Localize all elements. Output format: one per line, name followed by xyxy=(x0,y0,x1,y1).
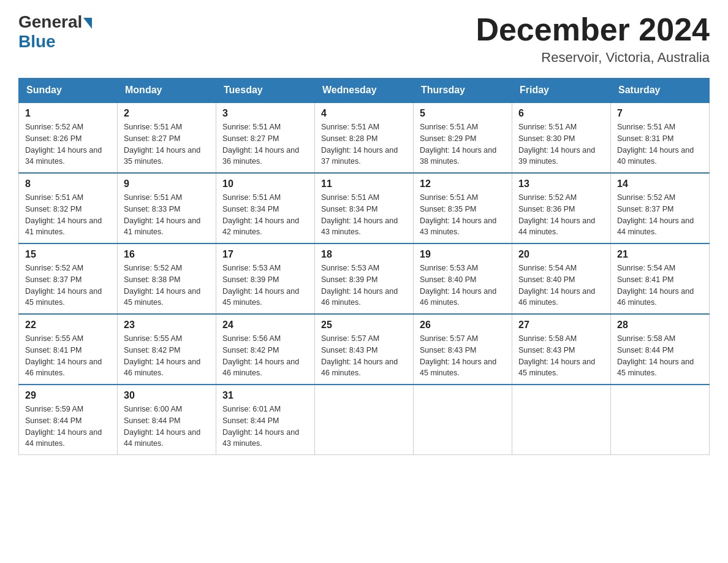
day-info: Sunrise: 5:51 AM Sunset: 8:33 PM Dayligh… xyxy=(124,192,210,238)
table-row: 2 Sunrise: 5:51 AM Sunset: 8:27 PM Dayli… xyxy=(118,102,216,173)
day-number: 25 xyxy=(321,320,407,331)
day-number: 17 xyxy=(222,249,308,260)
header-monday: Monday xyxy=(118,79,216,103)
header-friday: Friday xyxy=(512,79,611,103)
day-number: 26 xyxy=(420,320,506,331)
header-sunday: Sunday xyxy=(19,79,118,103)
table-row: 5 Sunrise: 5:51 AM Sunset: 8:29 PM Dayli… xyxy=(414,102,512,173)
day-info: Sunrise: 5:53 AM Sunset: 8:39 PM Dayligh… xyxy=(321,262,407,308)
calendar-week-row: 29 Sunrise: 5:59 AM Sunset: 8:44 PM Dayl… xyxy=(19,385,710,455)
day-number: 2 xyxy=(124,108,210,119)
logo-blue-text: Blue xyxy=(18,32,56,51)
day-number: 10 xyxy=(222,178,308,190)
day-info: Sunrise: 5:57 AM Sunset: 8:43 PM Dayligh… xyxy=(420,333,506,379)
day-info: Sunrise: 5:52 AM Sunset: 8:26 PM Dayligh… xyxy=(25,121,111,167)
day-number: 7 xyxy=(617,108,703,119)
day-number: 12 xyxy=(420,178,506,190)
day-number: 27 xyxy=(518,320,604,331)
table-row: 23 Sunrise: 5:55 AM Sunset: 8:42 PM Dayl… xyxy=(118,314,216,385)
header-saturday: Saturday xyxy=(611,79,710,103)
table-row: 26 Sunrise: 5:57 AM Sunset: 8:43 PM Dayl… xyxy=(414,314,512,385)
day-number: 30 xyxy=(124,390,210,401)
table-row: 20 Sunrise: 5:54 AM Sunset: 8:40 PM Dayl… xyxy=(512,243,611,314)
day-info: Sunrise: 5:54 AM Sunset: 8:40 PM Dayligh… xyxy=(518,262,604,308)
table-row: 27 Sunrise: 5:58 AM Sunset: 8:43 PM Dayl… xyxy=(512,314,611,385)
day-info: Sunrise: 5:59 AM Sunset: 8:44 PM Dayligh… xyxy=(25,404,111,450)
day-number: 24 xyxy=(222,320,308,331)
day-info: Sunrise: 5:51 AM Sunset: 8:27 PM Dayligh… xyxy=(222,121,308,167)
day-info: Sunrise: 5:51 AM Sunset: 8:34 PM Dayligh… xyxy=(222,192,308,238)
day-number: 11 xyxy=(321,178,407,190)
table-row: 8 Sunrise: 5:51 AM Sunset: 8:32 PM Dayli… xyxy=(19,173,118,243)
day-info: Sunrise: 5:53 AM Sunset: 8:40 PM Dayligh… xyxy=(420,262,506,308)
day-number: 28 xyxy=(617,320,703,331)
header-tuesday: Tuesday xyxy=(216,79,315,103)
table-row xyxy=(512,385,611,455)
table-row: 22 Sunrise: 5:55 AM Sunset: 8:41 PM Dayl… xyxy=(19,314,118,385)
page-header: General Blue December 2024 Reservoir, Vi… xyxy=(18,12,710,66)
day-number: 5 xyxy=(420,108,506,119)
table-row: 11 Sunrise: 5:51 AM Sunset: 8:34 PM Dayl… xyxy=(315,173,414,243)
day-number: 13 xyxy=(518,178,604,190)
table-row: 25 Sunrise: 5:57 AM Sunset: 8:43 PM Dayl… xyxy=(315,314,414,385)
day-info: Sunrise: 5:54 AM Sunset: 8:41 PM Dayligh… xyxy=(617,262,703,308)
day-number: 14 xyxy=(617,178,703,190)
table-row: 30 Sunrise: 6:00 AM Sunset: 8:44 PM Dayl… xyxy=(118,385,216,455)
header-wednesday: Wednesday xyxy=(315,79,414,103)
day-info: Sunrise: 6:00 AM Sunset: 8:44 PM Dayligh… xyxy=(124,404,210,450)
table-row: 17 Sunrise: 5:53 AM Sunset: 8:39 PM Dayl… xyxy=(216,243,315,314)
table-row: 12 Sunrise: 5:51 AM Sunset: 8:35 PM Dayl… xyxy=(414,173,512,243)
day-info: Sunrise: 5:52 AM Sunset: 8:37 PM Dayligh… xyxy=(25,262,111,308)
table-row xyxy=(414,385,512,455)
day-info: Sunrise: 5:51 AM Sunset: 8:35 PM Dayligh… xyxy=(420,192,506,238)
table-row: 3 Sunrise: 5:51 AM Sunset: 8:27 PM Dayli… xyxy=(216,102,315,173)
day-info: Sunrise: 5:56 AM Sunset: 8:42 PM Dayligh… xyxy=(222,333,308,379)
day-info: Sunrise: 5:51 AM Sunset: 8:29 PM Dayligh… xyxy=(420,121,506,167)
day-number: 18 xyxy=(321,249,407,260)
day-number: 1 xyxy=(25,108,111,119)
calendar-week-row: 8 Sunrise: 5:51 AM Sunset: 8:32 PM Dayli… xyxy=(19,173,710,243)
table-row: 7 Sunrise: 5:51 AM Sunset: 8:31 PM Dayli… xyxy=(611,102,710,173)
table-row: 19 Sunrise: 5:53 AM Sunset: 8:40 PM Dayl… xyxy=(414,243,512,314)
table-row: 9 Sunrise: 5:51 AM Sunset: 8:33 PM Dayli… xyxy=(118,173,216,243)
day-number: 3 xyxy=(222,108,308,119)
day-info: Sunrise: 5:52 AM Sunset: 8:36 PM Dayligh… xyxy=(518,192,604,238)
title-block: December 2024 Reservoir, Victoria, Austr… xyxy=(476,12,710,66)
day-number: 31 xyxy=(222,390,308,401)
calendar-table: Sunday Monday Tuesday Wednesday Thursday… xyxy=(18,78,710,455)
day-number: 23 xyxy=(124,320,210,331)
table-row xyxy=(611,385,710,455)
day-number: 8 xyxy=(25,178,111,190)
table-row: 1 Sunrise: 5:52 AM Sunset: 8:26 PM Dayli… xyxy=(19,102,118,173)
day-number: 29 xyxy=(25,390,111,401)
table-row: 18 Sunrise: 5:53 AM Sunset: 8:39 PM Dayl… xyxy=(315,243,414,314)
day-info: Sunrise: 5:52 AM Sunset: 8:38 PM Dayligh… xyxy=(124,262,210,308)
logo-general-text: General xyxy=(18,12,82,32)
day-info: Sunrise: 6:01 AM Sunset: 8:44 PM Dayligh… xyxy=(222,404,308,450)
day-info: Sunrise: 5:58 AM Sunset: 8:44 PM Dayligh… xyxy=(617,333,703,379)
table-row: 6 Sunrise: 5:51 AM Sunset: 8:30 PM Dayli… xyxy=(512,102,611,173)
calendar-week-row: 22 Sunrise: 5:55 AM Sunset: 8:41 PM Dayl… xyxy=(19,314,710,385)
table-row: 31 Sunrise: 6:01 AM Sunset: 8:44 PM Dayl… xyxy=(216,385,315,455)
day-info: Sunrise: 5:51 AM Sunset: 8:28 PM Dayligh… xyxy=(321,121,407,167)
calendar-week-row: 15 Sunrise: 5:52 AM Sunset: 8:37 PM Dayl… xyxy=(19,243,710,314)
logo-triangle-icon xyxy=(83,18,92,29)
header-thursday: Thursday xyxy=(414,79,512,103)
logo: General Blue xyxy=(18,12,92,52)
day-info: Sunrise: 5:51 AM Sunset: 8:32 PM Dayligh… xyxy=(25,192,111,238)
day-info: Sunrise: 5:51 AM Sunset: 8:30 PM Dayligh… xyxy=(518,121,604,167)
day-number: 9 xyxy=(124,178,210,190)
table-row xyxy=(315,385,414,455)
location-subtitle: Reservoir, Victoria, Australia xyxy=(476,50,710,66)
day-number: 16 xyxy=(124,249,210,260)
day-info: Sunrise: 5:57 AM Sunset: 8:43 PM Dayligh… xyxy=(321,333,407,379)
day-info: Sunrise: 5:55 AM Sunset: 8:42 PM Dayligh… xyxy=(124,333,210,379)
day-info: Sunrise: 5:53 AM Sunset: 8:39 PM Dayligh… xyxy=(222,262,308,308)
day-number: 22 xyxy=(25,320,111,331)
day-info: Sunrise: 5:51 AM Sunset: 8:31 PM Dayligh… xyxy=(617,121,703,167)
weekday-header-row: Sunday Monday Tuesday Wednesday Thursday… xyxy=(19,79,710,103)
day-number: 15 xyxy=(25,249,111,260)
day-number: 20 xyxy=(518,249,604,260)
day-number: 6 xyxy=(518,108,604,119)
table-row: 28 Sunrise: 5:58 AM Sunset: 8:44 PM Dayl… xyxy=(611,314,710,385)
